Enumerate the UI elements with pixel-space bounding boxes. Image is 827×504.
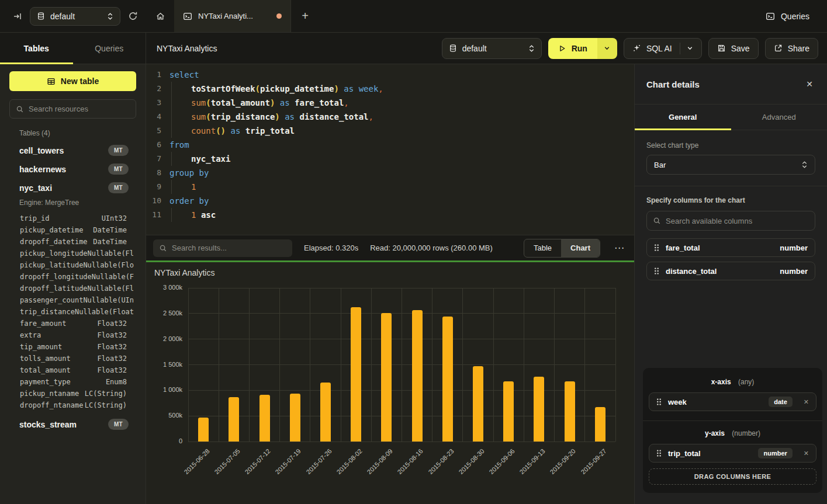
table-row[interactable]: nyc_taxiMT [19,182,136,193]
chart-type-select[interactable]: Bar [646,155,815,175]
chevron-up-down-icon [801,161,808,169]
remove-column-icon[interactable]: ✕ [804,398,809,406]
table-grid-icon [47,77,56,86]
drop-zone[interactable]: DRAG COLUMNS HERE [649,468,816,485]
column-row: pickup_latitudeNullable(Flo [20,259,127,271]
query-toolbar: NYTaxi Analytics default Run [146,33,827,64]
column-name: tip_amount [20,341,62,353]
axis-chip-name: trip_total [668,449,701,458]
chart-details-panel: Chart details ✕ General Advanced Select … [634,64,827,504]
column-type: DateTime [93,224,127,236]
code-content: from [169,138,189,152]
view-toggle-chart[interactable]: Chart [561,239,600,257]
sql-ai-label: SQL AI [646,44,672,53]
tab-title: NYTaxi Analyti... [198,12,253,20]
results-search-input[interactable] [153,239,292,257]
gridline-vertical [402,288,402,442]
queries-button[interactable]: Queries [766,0,809,32]
gridline-vertical [310,288,310,442]
save-label: Save [731,44,750,53]
code-content: sum(total_amount) as fare_total, [169,96,349,110]
resources-sidebar: New table Tables (4) cell_towersMThacker… [0,64,146,504]
database-icon [37,12,45,20]
gridline-vertical [615,288,616,442]
chart-plot: 0500k1 000k1 500k2 000k2 500k3 000k2015-… [188,288,615,442]
chart-bar [442,317,453,442]
column-row: dropoff_ntanameLC(String) [20,399,127,411]
engine-badge: MT [108,419,129,430]
refresh-icon[interactable] [128,11,138,21]
sql-ai-options-caret[interactable] [680,43,693,54]
close-icon[interactable]: ✕ [806,79,813,89]
drag-handle-icon[interactable] [656,449,662,457]
table-row[interactable]: stocks_streamMT [19,419,136,430]
gridline-vertical [341,288,341,442]
drag-handle-icon[interactable] [656,398,662,406]
tab-general[interactable]: General [635,105,731,130]
axis-divider [643,420,822,421]
chart-bar [198,418,209,442]
panel-divider [635,186,827,186]
axis-chip-type-badge: date [769,397,793,407]
column-name: dropoff_longitude [20,271,92,283]
gridline-vertical [219,288,219,442]
y-axis-chips: trip_totalnumber✕ [649,444,816,463]
run-options-caret[interactable] [597,38,617,59]
sql-editor[interactable]: 1select2toStartOfWeek(pickup_datetime) a… [146,64,634,235]
remove-column-icon[interactable]: ✕ [804,450,809,457]
sidebar-search-input[interactable] [10,100,136,118]
tab-advanced[interactable]: Advanced [731,105,827,130]
code-content: 1 [169,180,196,194]
database-selector[interactable]: default [30,7,120,26]
y-axis-hint: (number) [732,429,760,437]
chevron-up-down-icon [528,44,535,53]
table-row[interactable]: cell_towersMT [19,145,136,156]
play-icon [558,44,566,53]
chart-bar [534,377,544,442]
code-line: 3sum(total_amount) as fare_total, [146,96,634,110]
results-toolbar: Elapsed: 0.320s Read: 20,000,000 rows (2… [146,235,634,260]
drag-handle-icon[interactable] [654,244,659,252]
share-button[interactable]: Share [765,38,818,59]
engine-badge: MT [108,145,129,156]
column-type: LC(String) [85,399,127,411]
column-chip[interactable]: fare_totalnumber [646,238,815,257]
panel-tabs: General Advanced [635,104,827,130]
sidebar-tab-tables[interactable]: Tables [0,33,73,64]
x-tick-label: 2015-07-19 [274,447,302,475]
database-value: default [462,44,487,53]
code-line: 4sum(trip_distance) as distance_total, [146,110,634,124]
column-row: pickup_ntanameLC(String) [20,388,127,399]
tab-nytaxi-analytics[interactable]: NYTaxi Analyti... [174,0,291,32]
axis-column-chip[interactable]: weekdate✕ [649,392,816,411]
view-toggle: Table Chart [524,239,600,258]
code-content: order by [169,194,209,208]
code-line: 10order by [146,194,634,208]
sidebar-tab-queries[interactable]: Queries [73,33,146,64]
run-button[interactable]: Run [548,38,617,59]
column-name: trip_id [20,213,50,224]
more-options-icon[interactable]: ⋯ [612,242,627,254]
column-row: dropoff_longitudeNullable(F [20,271,127,283]
column-name: tolls_amount [20,353,71,364]
save-button[interactable]: Save [708,38,759,59]
sql-ai-button[interactable]: SQL AI [624,38,702,59]
collapse-sidebar-icon[interactable] [13,12,22,21]
new-tab-button[interactable]: + [291,0,319,32]
terminal-icon [766,12,775,21]
column-name: pickup_longitude [20,248,88,259]
chart-bar [320,383,331,442]
table-row[interactable]: hackernewsMT [19,164,136,175]
view-toggle-table[interactable]: Table [524,239,561,257]
panel-title: Chart details [646,79,700,89]
axis-column-chip[interactable]: trip_totalnumber✕ [649,444,816,463]
drag-handle-icon[interactable] [654,267,659,275]
toolbar-database-selector[interactable]: default [442,38,542,59]
column-chip[interactable]: distance_totalnumber [646,262,815,280]
home-button[interactable] [146,0,174,32]
new-table-button[interactable]: New table [9,71,136,91]
code-line: 5count() as trip_total [146,124,634,138]
app-window: default NYTaxi Analyti... + [0,0,827,504]
columns-search-input[interactable] [647,211,815,230]
chart-bar [290,394,300,442]
